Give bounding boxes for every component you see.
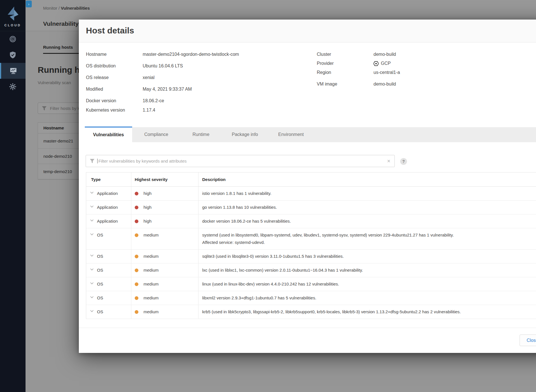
severity-dot-icon (135, 296, 138, 300)
vulnerability-row[interactable]: Application high go version 1.13.8 has 1… (86, 201, 536, 214)
vulnerabilities-table: Type Highest severity Description Applic… (86, 172, 536, 319)
severity-label: medium (144, 294, 159, 302)
field-value: us-central1-a (373, 69, 400, 76)
severity-dot-icon (135, 206, 138, 209)
field-value: master-demo2104-sgordon-demo-twistlock-c… (143, 51, 239, 58)
vulnerability-description: go version 1.13.8 has 10 vulnerabilities… (202, 204, 486, 211)
vulnerability-description: libxml2 version 2.9.3+dfsg1-1ubuntu0.7 h… (202, 294, 486, 302)
severity-label: medium (144, 231, 159, 239)
gear-icon (9, 83, 16, 90)
vulnerability-type: OS (97, 267, 103, 274)
field-label: OS distribution (86, 63, 143, 69)
vulnerability-description: linux (used in linux-libc-dev) version 4… (202, 280, 486, 288)
vulnerability-row[interactable]: OS medium lxc (used in liblxc1, lxc-comm… (86, 263, 536, 277)
severity-label: high (144, 204, 151, 211)
col-severity[interactable]: Highest severity (131, 172, 199, 186)
field-row: ModifiedMay 4, 2021 9:33:37 AM (86, 86, 239, 93)
col-description[interactable]: Description (199, 172, 536, 186)
vulnerability-filter-input[interactable]: Filter vulnerabilities by keywords and a… (86, 155, 395, 167)
chevron-down-icon[interactable] (90, 296, 94, 298)
vulnerability-description: sqlite3 (used in libsqlite3-0) version 3… (202, 253, 486, 260)
vulnerability-filter-placeholder: Filter vulnerabilities by keywords and a… (97, 159, 384, 163)
field-row: OS releasexenial (86, 74, 239, 81)
field-label: Modified (86, 86, 143, 93)
severity-label: medium (144, 280, 159, 288)
chevron-down-icon[interactable] (90, 268, 94, 270)
field-row: VM imagedemo-build (317, 81, 400, 88)
severity-dot-icon (135, 220, 138, 223)
vulnerability-type: Application (97, 204, 118, 211)
field-value: GCP (373, 60, 391, 67)
chevron-down-icon[interactable] (90, 254, 94, 257)
field-row: Clusterdemo-build (317, 51, 400, 58)
vulnerability-type: OS (97, 231, 103, 239)
tab-compliance[interactable]: Compliance (132, 127, 180, 142)
close-button[interactable]: Close (520, 335, 536, 346)
severity-label: high (144, 190, 151, 197)
vulnerability-row[interactable]: OS medium linux (used in linux-libc-dev)… (86, 277, 536, 291)
help-icon[interactable]: ? (400, 158, 407, 165)
field-label: Hostname (86, 51, 143, 58)
vulnerability-row[interactable]: Application high istio version 1.8.1 has… (86, 187, 536, 201)
field-row: ProviderGCP (317, 60, 400, 67)
chevron-right-icon: › (28, 2, 29, 6)
radar-icon (9, 35, 16, 43)
modal-tabs: Vulnerabilities Compliance Runtime Packa… (79, 127, 536, 142)
tab-package-info[interactable]: Package info (221, 127, 268, 142)
sidebar-item-radar[interactable] (0, 31, 26, 47)
col-type[interactable]: Type (86, 172, 131, 186)
modal-footer: Close (79, 328, 536, 353)
field-label: Provider (317, 60, 373, 67)
field-label: Docker version (86, 97, 143, 104)
severity-label: medium (144, 267, 159, 274)
vulnerability-row[interactable]: Application high docker version 18.06.2-… (86, 214, 536, 228)
severity-label: high (144, 218, 151, 225)
severity-label: medium (144, 308, 159, 316)
tab-runtime[interactable]: Runtime (180, 127, 221, 142)
vulnerability-row[interactable]: OS medium krb5 (used in libk5crypto3, li… (86, 305, 536, 319)
chevron-down-icon[interactable] (90, 233, 94, 235)
vulnerability-description: docker version 18.06.2-ce has 5 vulnerab… (202, 218, 486, 225)
vulnerability-row[interactable]: OS medium libxml2 version 2.9.3+dfsg1-1u… (86, 291, 536, 305)
gcp-icon (373, 61, 379, 66)
vulnerability-description: lxc (used in liblxc1, lxc-common) versio… (202, 267, 486, 274)
chevron-down-icon[interactable] (90, 191, 94, 194)
field-value: xenial (143, 74, 155, 81)
app-logo[interactable]: CLOUD (0, 0, 26, 31)
modal-header: Host details (79, 20, 536, 42)
vulnerability-type: OS (97, 280, 103, 288)
sidebar-item-settings[interactable] (0, 79, 26, 95)
chevron-down-icon[interactable] (90, 205, 94, 208)
severity-dot-icon (135, 233, 138, 237)
clear-filter-icon[interactable]: ✕ (387, 159, 391, 164)
field-value: May 4, 2021 9:33:37 AM (143, 86, 192, 93)
vulnerabilities-table-header: Type Highest severity Description (86, 172, 536, 187)
sidebar-expand-button[interactable]: › (26, 1, 32, 7)
vulnerability-description: istio version 1.8.1 has 1 vulnerability. (202, 190, 486, 197)
vulnerability-type: OS (97, 308, 103, 316)
shield-check-icon (9, 51, 16, 59)
chevron-down-icon[interactable] (90, 310, 94, 312)
host-fields-right: Clusterdemo-buildProviderGCPRegionus-cen… (317, 51, 400, 90)
field-label: OS release (86, 74, 143, 81)
screen: CLOUD (0, 0, 536, 392)
vulnerability-type: OS (97, 253, 103, 260)
field-label: VM image (317, 81, 373, 88)
tab-vulnerabilities[interactable]: Vulnerabilities (85, 127, 132, 142)
host-fields-left: Hostnamemaster-demo2104-sgordon-demo-twi… (86, 51, 239, 118)
sidebar-item-defend[interactable] (0, 47, 26, 63)
sidebar-item-monitor[interactable] (0, 63, 26, 79)
field-label: Region (317, 69, 373, 76)
filter-funnel-icon (90, 159, 94, 163)
field-row: Docker version18.06.2-ce (86, 97, 239, 104)
chevron-down-icon[interactable] (90, 219, 94, 221)
vulnerability-type: Application (97, 190, 118, 197)
field-value: demo-build (373, 51, 396, 58)
severity-dot-icon (135, 269, 138, 272)
field-row: Regionus-central1-a (317, 69, 400, 76)
chevron-down-icon[interactable] (90, 282, 94, 284)
vulnerability-row[interactable]: OS medium systemd (used in libsystemd0, … (86, 228, 536, 250)
tab-environment[interactable]: Environment (268, 127, 314, 142)
vulnerability-row[interactable]: OS medium sqlite3 (used in libsqlite3-0)… (86, 250, 536, 263)
modal-title: Host details (86, 26, 134, 35)
